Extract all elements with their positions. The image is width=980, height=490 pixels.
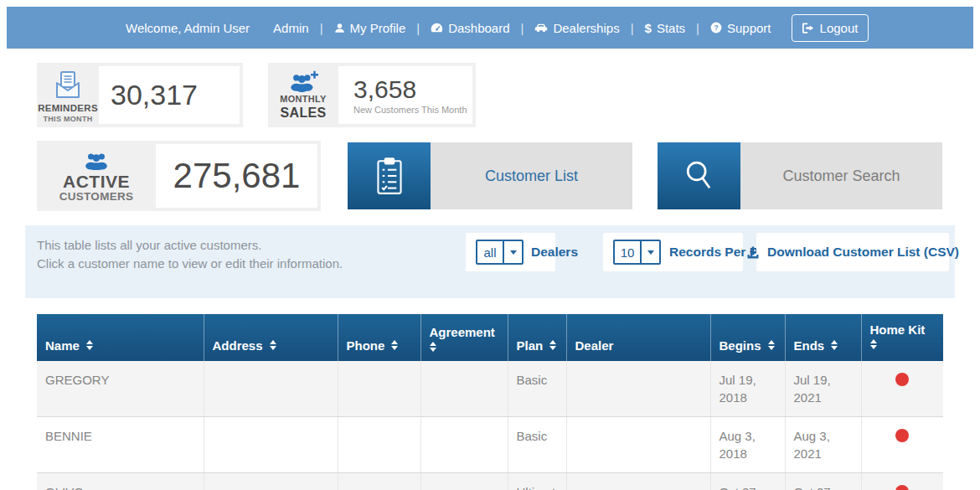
- active-customers-sublabel: CUSTOMERS: [59, 191, 134, 203]
- nav-item-label: Dashboard: [448, 21, 509, 35]
- cell-begins: Jul 19, 2018: [710, 361, 785, 417]
- top-navbar: Welcome, Admin User Admin|My Profile|Das…: [7, 7, 973, 49]
- dashboard-page: Welcome, Admin User Admin|My Profile|Das…: [0, 0, 980, 490]
- customer-list-tile: [348, 142, 431, 209]
- table-row: OLIVOUltimateOct 27, 2018Oct 27, 2021: [37, 473, 943, 490]
- nav-separator: |: [416, 21, 420, 35]
- sort-icon: [831, 340, 838, 350]
- cell-dealer: [566, 417, 710, 473]
- chevron-down-icon: [503, 241, 522, 263]
- cell-plan: Basic: [508, 417, 566, 473]
- logout-label: Logout: [820, 21, 859, 35]
- column-label: Phone: [347, 338, 385, 353]
- question-icon: ?: [710, 22, 722, 34]
- welcome-text: Welcome, Admin User: [126, 21, 250, 35]
- dashboard-icon: [431, 23, 443, 33]
- nav-item-admin[interactable]: Admin: [273, 21, 309, 35]
- dealers-select-value: all: [477, 241, 503, 263]
- cell-phone: [338, 361, 420, 417]
- table-info-bar: This table lists all your active custome…: [25, 225, 955, 298]
- dealers-select[interactable]: all: [476, 240, 524, 265]
- column-header-agreement[interactable]: Agreement: [420, 314, 508, 361]
- records-per-page-select[interactable]: 10: [613, 240, 661, 265]
- cell-ends: Oct 27, 2021: [785, 473, 861, 490]
- column-label: Agreement: [430, 325, 495, 339]
- nav-item-stats[interactable]: $Stats: [645, 21, 686, 35]
- cell-address: [204, 473, 338, 490]
- cell-begins: Aug 3, 2018: [710, 417, 785, 473]
- active-customers-label-section: ACTIVE CUSTOMERS: [37, 141, 156, 211]
- chevron-down-icon: [640, 241, 659, 263]
- column-label: Ends: [794, 338, 825, 353]
- cell-name[interactable]: OLIVO: [37, 473, 204, 490]
- home-kit-status-dot: [895, 373, 909, 386]
- user-icon: [334, 23, 345, 34]
- monthly-sales-value: 3,658: [353, 76, 416, 103]
- table-row: BENNIEBasicAug 3, 2018Aug 3, 2021: [37, 417, 943, 473]
- reminders-sublabel: THIS MONTH: [44, 115, 93, 123]
- customer-search-button[interactable]: Customer Search: [658, 142, 942, 209]
- nav-separator: |: [521, 21, 524, 35]
- column-label: Home Kit: [870, 322, 926, 337]
- monthly-sales-subtext: New Customers This Month: [353, 105, 467, 115]
- column-label: Begins: [720, 338, 761, 353]
- envelope-letter-icon: [50, 68, 85, 101]
- column-label: Name: [45, 338, 80, 353]
- cell-agreement: [420, 417, 508, 473]
- cell-name[interactable]: GREGORY: [37, 361, 204, 417]
- cell-home-kit: [861, 361, 943, 417]
- dealers-label: Dealers: [531, 245, 578, 260]
- sort-icon: [549, 340, 556, 350]
- cell-address: [204, 361, 338, 417]
- sort-icon: [270, 340, 276, 350]
- home-kit-status-dot: [895, 429, 909, 442]
- customer-search-label: Customer Search: [740, 142, 942, 209]
- nav-separator: |: [631, 21, 634, 35]
- cell-ends: Aug 3, 2021: [785, 417, 861, 473]
- nav-item-label: Dealerships: [553, 21, 619, 35]
- cell-home-kit: [861, 473, 943, 490]
- nav-item-label: Stats: [657, 21, 685, 35]
- column-header-phone[interactable]: Phone: [338, 314, 420, 361]
- dealers-filter-control: all Dealers: [466, 233, 555, 271]
- customer-list-label: Customer List: [431, 142, 632, 209]
- customer-table: NameAddressPhoneAgreementPlanDealerBegin…: [37, 314, 943, 490]
- nav-separator: |: [696, 21, 699, 35]
- table-description-line1: This table lists all your active custome…: [37, 236, 343, 255]
- sort-icon: [768, 340, 775, 350]
- column-label: Dealer: [575, 338, 614, 353]
- column-header-ends[interactable]: Ends: [785, 314, 861, 361]
- column-header-name[interactable]: Name: [37, 314, 204, 361]
- nav-items: Admin|My Profile|Dashboard|Dealerships|$…: [273, 21, 771, 35]
- column-label: Plan: [517, 338, 544, 353]
- car-icon: [534, 23, 548, 33]
- logout-icon: [802, 23, 814, 34]
- nav-item-dealerships[interactable]: Dealerships: [534, 21, 619, 35]
- column-header-home-kit[interactable]: Home Kit: [861, 314, 943, 361]
- customer-search-tile: [658, 142, 740, 209]
- cell-name[interactable]: BENNIE: [37, 417, 204, 473]
- reminders-label-section: REMINDERS THIS MONTH: [37, 63, 99, 127]
- table-body: GREGORYBasicJul 19, 2018Jul 19, 2021BENN…: [37, 361, 943, 490]
- nav-item-label: Admin: [273, 21, 309, 35]
- cell-dealer: [566, 361, 710, 417]
- dollar-icon: $: [645, 21, 652, 35]
- sort-icon: [391, 340, 398, 350]
- column-header-begins[interactable]: Begins: [710, 314, 785, 361]
- monthly-sales-sublabel: SALES: [281, 106, 327, 121]
- column-header-plan[interactable]: Plan: [508, 314, 566, 361]
- cell-plan: Ultimate: [508, 473, 566, 490]
- cell-agreement: [420, 473, 508, 490]
- customer-list-button[interactable]: Customer List: [348, 142, 632, 209]
- records-per-page-control: 10 Records Per Page: [603, 233, 743, 271]
- download-csv-button[interactable]: Download Customer List (CSV): [756, 233, 949, 271]
- nav-item-support[interactable]: ?Support: [710, 21, 771, 35]
- cell-phone: [338, 417, 420, 473]
- table-description-line2: Click a customer name to view or edit th…: [37, 255, 343, 273]
- nav-item-dashboard[interactable]: Dashboard: [431, 21, 509, 35]
- column-header-address[interactable]: Address: [204, 314, 338, 361]
- records-per-page-value: 10: [615, 241, 640, 263]
- table-row: GREGORYBasicJul 19, 2018Jul 19, 2021: [37, 361, 943, 417]
- nav-item-my-profile[interactable]: My Profile: [334, 21, 406, 35]
- logout-button[interactable]: Logout: [792, 14, 869, 42]
